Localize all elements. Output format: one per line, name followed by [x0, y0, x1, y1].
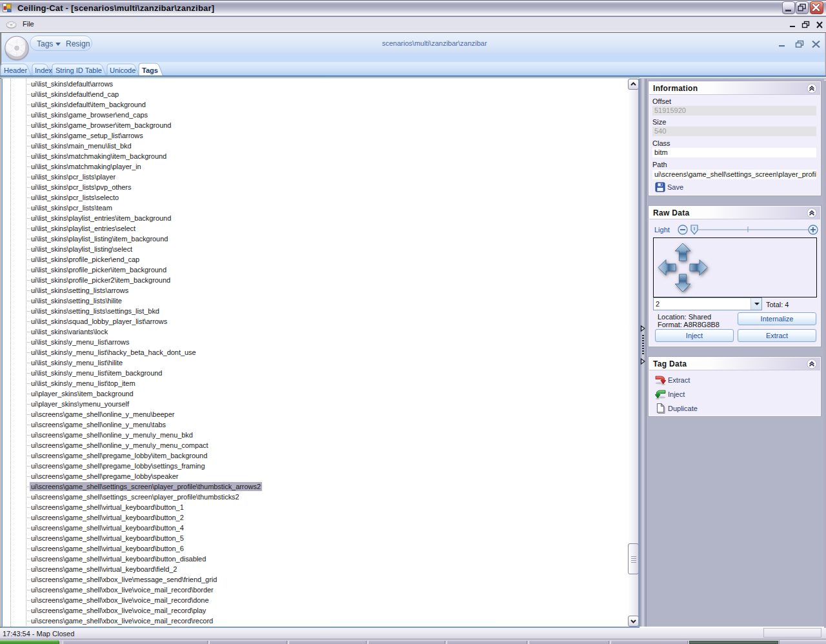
- svg-text:Tags: Tags: [142, 66, 158, 74]
- svg-text:String ID Table: String ID Table: [55, 66, 102, 74]
- svg-text:Header: Header: [4, 66, 27, 74]
- svg-text:Index: Index: [35, 66, 52, 74]
- svg-text:Unicode: Unicode: [110, 66, 136, 74]
